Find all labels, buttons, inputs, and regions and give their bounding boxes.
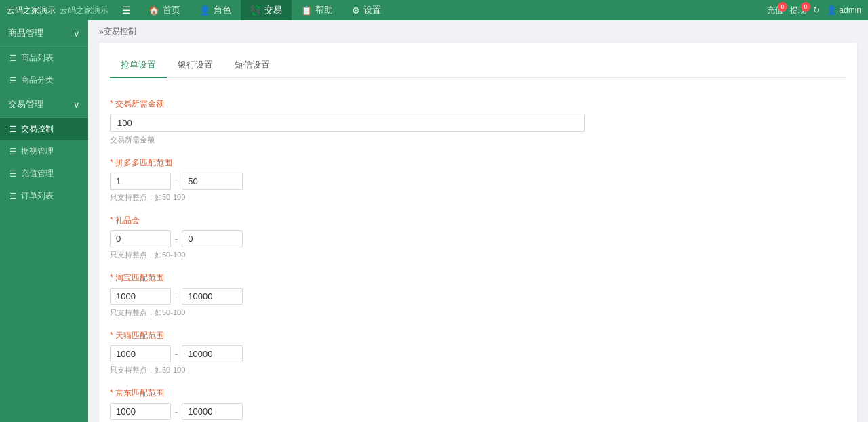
logo-text: 云码之家演示	[7, 5, 56, 16]
list-icon: ☰	[9, 54, 17, 63]
top-nav: 云码之家演示 云码之家演示 ☰ 🏠 首页 👤 角色 💱 交易 📋 帮助 ⚙ 设置…	[0, 0, 868, 20]
chevron-down-icon: ∨	[73, 28, 80, 39]
jingdong-separator: -	[175, 406, 178, 417]
tianmao-label: 天猫匹配范围	[110, 330, 164, 341]
chevron-down-icon-trade: ∨	[73, 100, 80, 110]
form-group-pinduoduo: 拼多多匹配范围 - 只支持整点，如50-100	[110, 157, 846, 203]
nav-settings[interactable]: ⚙ 设置	[342, 0, 391, 20]
sidebar-item-recharge-manage[interactable]: ☰ 充值管理	[0, 163, 88, 185]
nav-help[interactable]: 📋 帮助	[292, 0, 342, 20]
sidebar-group-product-header[interactable]: 商品管理 ∨	[0, 20, 88, 47]
breadcrumb-current: 交易控制	[104, 26, 136, 37]
tab-bar: 抢单设置 银行设置 短信设置	[110, 54, 846, 78]
main-layout: 商品管理 ∨ ☰ 商品列表 ☰ 商品分类 交易管理 ∨ ☰ 交易控制 ☰	[0, 20, 868, 422]
trade-control-icon: ☰	[9, 125, 17, 134]
gift-label: 礼品会	[110, 215, 140, 226]
jingdong-from-input[interactable]	[110, 403, 171, 420]
sidebar-item-product-list[interactable]: ☰ 商品列表	[0, 47, 88, 69]
tianmao-range: -	[110, 345, 846, 362]
taobao-separator: -	[175, 291, 178, 301]
gift-range: -	[110, 230, 846, 247]
nav-trade-label: 交易	[264, 4, 282, 16]
sidebar-item-product-category[interactable]: ☰ 商品分类	[0, 69, 88, 91]
nav-help-label: 帮助	[315, 4, 333, 16]
pinduoduo-range: -	[110, 173, 846, 190]
nav-role[interactable]: 👤 角色	[190, 0, 241, 20]
tianmao-from-input[interactable]	[110, 345, 171, 362]
home-icon: 🏠	[149, 5, 159, 16]
refresh-button[interactable]: ↻	[813, 5, 820, 15]
order-icon: ☰	[9, 192, 17, 201]
form-group-gift: 礼品会 - 只支持整点，如50-100	[110, 215, 846, 260]
sidebar-item-trade-control[interactable]: ☰ 交易控制	[0, 118, 88, 140]
order-list-label: 订单列表	[21, 190, 54, 202]
role-icon: 👤	[199, 5, 210, 16]
form-group-jingdong: 京东匹配范围 - 只支持整点，如50-100	[110, 387, 846, 422]
user-name: admin	[839, 5, 861, 15]
recharge-manage-label: 充值管理	[21, 168, 54, 180]
explore-button[interactable]: 提现 0	[790, 5, 806, 16]
nav-home[interactable]: 🏠 首页	[139, 0, 190, 20]
nav-role-label: 角色	[214, 4, 231, 16]
product-list-label: 商品列表	[21, 52, 54, 64]
content-card: 抢单设置 银行设置 短信设置 交易所需金额 交易所需金额 拼多多匹配范围 -	[99, 43, 857, 422]
taobao-from-input[interactable]	[110, 288, 171, 305]
sidebar-group-product: 商品管理 ∨ ☰ 商品列表 ☰ 商品分类	[0, 20, 88, 91]
data-manage-label: 据视管理	[21, 146, 54, 157]
trade-group-label: 交易管理	[8, 98, 43, 110]
product-category-label: 商品分类	[21, 75, 54, 86]
nav-items: 🏠 首页 👤 角色 💱 交易 📋 帮助 ⚙ 设置	[139, 0, 391, 20]
taobao-label: 淘宝匹配范围	[110, 272, 164, 284]
nav-settings-label: 设置	[363, 4, 381, 16]
trade-icon: 💱	[250, 5, 261, 16]
tianmao-hint: 只支持整点，如50-100	[110, 365, 846, 375]
recharge-icon: ☰	[9, 169, 17, 179]
main-content: » 交易控制 抢单设置 银行设置 短信设置 交易所需金额 交易所需金额	[88, 20, 868, 422]
tab-sms[interactable]: 短信设置	[224, 54, 281, 78]
taobao-to-input[interactable]	[182, 288, 243, 305]
user-info: 👤 admin	[827, 5, 861, 15]
recharge-badge: 0	[778, 2, 787, 12]
logo2-text: 云码之家演示	[60, 5, 108, 16]
breadcrumb-separator: »	[99, 27, 104, 37]
breadcrumb: » 交易控制	[88, 20, 868, 43]
tianmao-to-input[interactable]	[182, 345, 243, 362]
gift-from-input[interactable]	[110, 230, 171, 247]
jingdong-to-input[interactable]	[182, 403, 243, 420]
jingdong-range: -	[110, 403, 846, 420]
trade-control-label: 交易控制	[21, 123, 54, 135]
tianmao-separator: -	[175, 349, 178, 359]
settings-icon: ⚙	[352, 5, 360, 16]
data-icon: ☰	[9, 147, 17, 156]
tab-bank[interactable]: 银行设置	[167, 54, 224, 78]
form-group-trade-min-amount: 交易所需金额 交易所需金额	[110, 98, 846, 145]
sidebar: 商品管理 ∨ ☰ 商品列表 ☰ 商品分类 交易管理 ∨ ☰ 交易控制 ☰	[0, 20, 88, 422]
sidebar-item-order-list[interactable]: ☰ 订单列表	[0, 185, 88, 207]
taobao-range: -	[110, 288, 846, 305]
trade-min-amount-input[interactable]	[110, 114, 585, 132]
category-icon: ☰	[9, 76, 17, 85]
form-section: 交易所需金额 交易所需金额 拼多多匹配范围 - 只支持整点，如50-100	[110, 91, 846, 422]
nav-trade[interactable]: 💱 交易	[241, 0, 292, 20]
form-group-taobao: 淘宝匹配范围 - 只支持整点，如50-100	[110, 272, 846, 318]
hamburger-icon[interactable]: ☰	[122, 5, 131, 16]
gift-to-input[interactable]	[182, 230, 243, 247]
jingdong-label: 京东匹配范围	[110, 387, 164, 399]
explore-badge: 0	[801, 2, 810, 12]
pinduoduo-label: 拼多多匹配范围	[110, 157, 172, 169]
trade-min-amount-hint: 交易所需金额	[110, 135, 846, 145]
pinduoduo-to-input[interactable]	[182, 173, 243, 190]
taobao-hint: 只支持整点，如50-100	[110, 308, 846, 318]
help-icon: 📋	[301, 5, 312, 16]
pinduoduo-from-input[interactable]	[110, 173, 171, 190]
tab-grab[interactable]: 抢单设置	[110, 54, 167, 78]
form-group-tianmao: 天猫匹配范围 - 只支持整点，如50-100	[110, 330, 846, 375]
trade-min-amount-label: 交易所需金额	[110, 98, 164, 110]
sidebar-group-trade: 交易管理 ∨ ☰ 交易控制 ☰ 据视管理 ☰ 充值管理 ☰ 订单列表	[0, 91, 88, 207]
pinduoduo-hint: 只支持整点，如50-100	[110, 192, 846, 203]
sidebar-item-data-manage[interactable]: ☰ 据视管理	[0, 140, 88, 163]
sidebar-group-trade-header[interactable]: 交易管理 ∨	[0, 91, 88, 118]
nav-home-label: 首页	[163, 4, 180, 16]
right-actions: 充值 0 提现 0 ↻ 👤 admin	[767, 5, 861, 16]
recharge-button[interactable]: 充值 0	[767, 5, 783, 16]
